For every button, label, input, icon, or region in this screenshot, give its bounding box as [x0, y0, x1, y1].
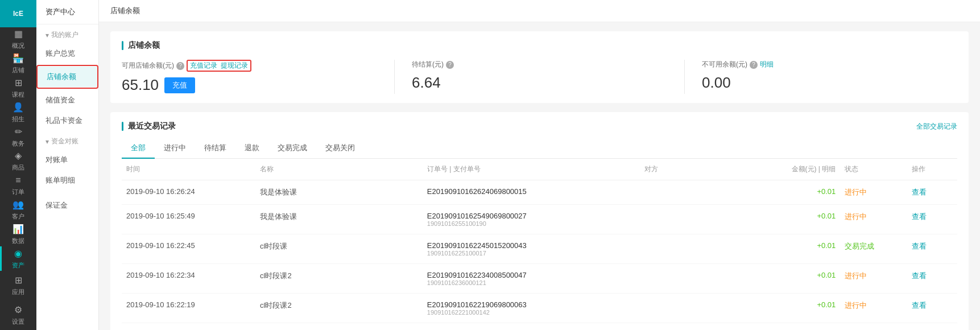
nav-account-detail[interactable]: 账单明细	[36, 170, 98, 191]
cell-time-2: 2019-09-10 16:22:45	[122, 234, 255, 264]
sidebar-item-shop[interactable]: 🏪 店铺	[0, 52, 36, 76]
cell-time-3: 2019-09-10 16:22:34	[122, 264, 255, 294]
tab-refund[interactable]: 退款	[235, 138, 268, 159]
cell-action-0[interactable]: 查看	[907, 180, 957, 205]
action-link-4: 查看	[912, 301, 927, 310]
sidebar-item-goods[interactable]: ◈ 商品	[0, 149, 36, 174]
nav-deposit[interactable]: 保证金	[36, 195, 98, 216]
col-order: 订单号 | 支付单号	[423, 159, 640, 180]
customer-icon: 👥	[13, 199, 24, 210]
my-account-group: ▾ 我的账户	[36, 24, 98, 43]
cell-name-3: cl时段课2	[255, 264, 423, 294]
tab-done[interactable]: 交易完成	[268, 138, 316, 159]
view-all-link[interactable]: 全部交易记录	[916, 122, 957, 131]
tab-pending[interactable]: 待结算	[195, 138, 235, 159]
cell-status-2: 交易完成	[840, 234, 907, 264]
nav-store-balance[interactable]: 店铺余额	[38, 67, 97, 87]
main-content: 店铺余额 店铺余额 可用店铺余额(元) ? 充值记录 提现记录	[99, 0, 980, 330]
balance-divider-1	[394, 60, 395, 94]
data-icon: 📊	[13, 224, 24, 234]
sidebar-item-recruit[interactable]: 👤 招生	[0, 100, 36, 125]
sidebar-item-apps[interactable]: ⊞ 应用	[0, 271, 36, 300]
cell-name-1: 我是体验课	[255, 205, 423, 234]
sidebar-bottom: ⊞ 应用 ⚙ 设置	[0, 271, 36, 330]
sidebar-label-order: 订单	[12, 188, 24, 196]
cell-action-3[interactable]: 查看	[907, 264, 957, 294]
sidebar-item-customer[interactable]: 👥 客户	[0, 198, 36, 222]
available-label: 可用店铺余额(元) ? 充值记录 提现记录	[122, 60, 377, 72]
second-nav: 资产中心 ▾ 我的账户 账户总览 店铺余额 储值资金 礼品卡资金 ▾ 资金对账 …	[36, 0, 99, 330]
nav-account-overview[interactable]: 账户总览	[36, 43, 98, 64]
cell-order-3: E20190910162234008500047 190910162360001…	[423, 264, 640, 294]
sidebar-label-customer: 客户	[12, 212, 24, 221]
cell-time-1: 2019-09-10 16:25:49	[122, 205, 255, 234]
cell-status-4: 进行中	[840, 294, 907, 323]
sidebar-item-data[interactable]: 📊 数据	[0, 222, 36, 246]
cell-action-1[interactable]: 查看	[907, 205, 957, 234]
cell-order-0: E20190910162624069800015	[423, 180, 640, 205]
sidebar-item-course[interactable]: ⊞ 课程	[0, 76, 36, 101]
tab-all[interactable]: 全部	[122, 138, 155, 159]
cell-name-0: 我是体验课	[255, 180, 423, 205]
available-info-icon[interactable]: ?	[176, 62, 184, 70]
cell-status-1: 进行中	[840, 205, 907, 234]
pending-label: 待结算(元) ?	[412, 60, 667, 69]
balance-divider-2	[684, 60, 685, 94]
order-icon: ≡	[15, 175, 20, 185]
records-table: 时间 名称 订单号 | 支付单号 对方 金额(元) | 明细 状态 操作 201…	[122, 159, 957, 323]
chevron-down-icon-2: ▾	[46, 138, 49, 146]
settings-icon: ⚙	[14, 304, 22, 315]
second-nav-title: 资产中心	[36, 0, 98, 24]
records-tabs: 全部 进行中 待结算 退款 交易完成 交易关闭	[122, 138, 957, 159]
col-name: 名称	[255, 159, 423, 180]
cell-status-3: 进行中	[840, 264, 907, 294]
col-status: 状态	[840, 159, 907, 180]
asset-icon: ◉	[14, 248, 22, 259]
cell-amount-2: +0.01	[740, 234, 840, 264]
cell-action-4[interactable]: 查看	[907, 294, 957, 323]
pending-balance-col: 待结算(元) ? 6.64	[412, 60, 667, 92]
sidebar: IcE ▦ 概况 🏪 店铺 ⊞ 课程 👤 招生 ✏ 教务 ◈ 商品 ≡ 订单 👥…	[0, 0, 36, 330]
pending-info-icon[interactable]: ?	[446, 61, 454, 69]
balance-section: 店铺余额 可用店铺余额(元) ? 充值记录 提现记录 65.10 充值	[110, 31, 969, 103]
cell-action-2[interactable]: 查看	[907, 234, 957, 264]
nav-stored-value[interactable]: 储值资金	[36, 90, 98, 110]
cell-time-4: 2019-09-10 16:22:19	[122, 294, 255, 323]
sidebar-item-settings[interactable]: ⚙ 设置	[0, 300, 36, 330]
sidebar-label-course: 课程	[12, 90, 24, 99]
recharge-button[interactable]: 充值	[164, 77, 195, 93]
cell-name-4: cl时段课2	[255, 294, 423, 323]
withdraw-record-link[interactable]: 提现记录	[221, 61, 248, 71]
cell-name-2: cl时段课	[255, 234, 423, 264]
cell-amount-0: +0.01	[740, 180, 840, 205]
records-section: 最近交易记录 全部交易记录 全部 进行中 待结算 退款 交易完成 交易关闭 时间…	[110, 112, 969, 330]
sidebar-item-teacher[interactable]: ✏ 教务	[0, 125, 36, 149]
sidebar-label-teacher: 教务	[12, 139, 24, 148]
nav-gift-card[interactable]: 礼品卡资金	[36, 110, 98, 131]
unavailable-label: 不可用余额(元) ? 明细	[702, 60, 957, 69]
cell-counterpart-0	[640, 180, 740, 205]
nav-account-bill[interactable]: 对账单	[36, 150, 98, 170]
sidebar-item-overview[interactable]: ▦ 概况	[0, 27, 36, 52]
col-action: 操作	[907, 159, 957, 180]
unavailable-detail-link[interactable]: 明细	[760, 60, 774, 69]
course-icon: ⊞	[15, 77, 22, 88]
table-row: 2019-09-10 16:22:19 cl时段课2 E201909101622…	[122, 294, 957, 323]
account-reconcile-group: ▾ 资金对账	[36, 131, 98, 150]
app-logo: IcE	[0, 0, 36, 27]
tab-closed[interactable]: 交易关闭	[316, 138, 364, 159]
table-row: 2019-09-10 16:25:49 我是体验课 E2019091016254…	[122, 205, 957, 234]
table-row: 2019-09-10 16:26:24 我是体验课 E2019091016262…	[122, 180, 957, 205]
breadcrumb: 店铺余额	[99, 0, 980, 22]
unavailable-info-icon[interactable]: ?	[750, 61, 758, 69]
content-area: 店铺余额 可用店铺余额(元) ? 充值记录 提现记录 65.10 充值	[99, 22, 980, 330]
table-row: 2019-09-10 16:22:45 cl时段课 E2019091016224…	[122, 234, 957, 264]
sidebar-item-order[interactable]: ≡ 订单	[0, 174, 36, 198]
balance-row: 可用店铺余额(元) ? 充值记录 提现记录 65.10 充值	[122, 60, 957, 94]
sidebar-item-asset[interactable]: ◉ 资产	[0, 246, 36, 271]
sidebar-label-goods: 商品	[12, 163, 24, 172]
tab-inprogress[interactable]: 进行中	[155, 138, 195, 159]
records-title: 最近交易记录	[122, 121, 176, 131]
recharge-record-link[interactable]: 充值记录	[190, 61, 217, 71]
action-link-2: 查看	[912, 242, 927, 250]
